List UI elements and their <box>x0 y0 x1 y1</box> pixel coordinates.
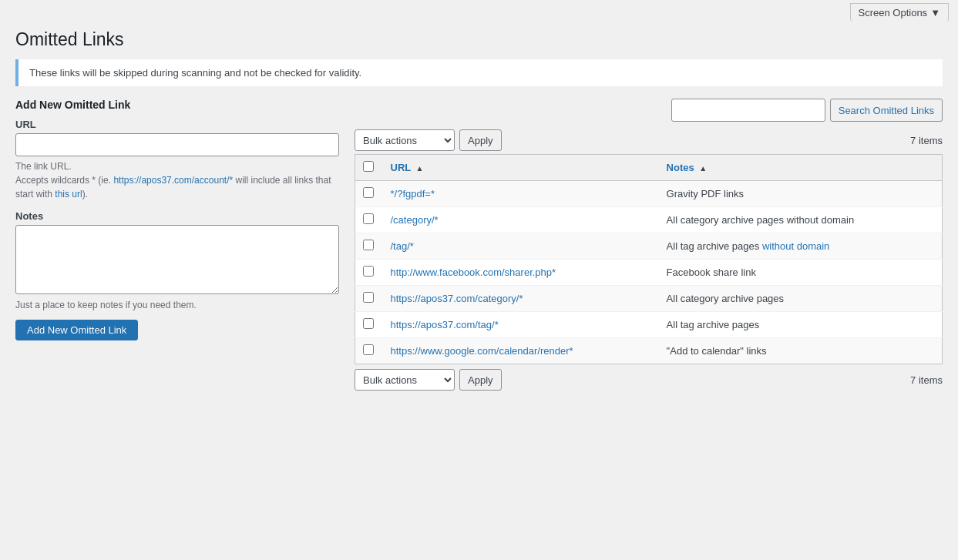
top-apply-button[interactable]: Apply <box>459 129 502 151</box>
header-url[interactable]: URL ▲ <box>383 155 659 181</box>
notes-text: All tag archive pages <box>667 319 760 330</box>
notes-field-group: Notes Just a place to keep notes if you … <box>15 210 339 310</box>
row-checkbox[interactable] <box>363 292 374 303</box>
row-url-cell: /category/* <box>383 207 659 233</box>
top-items-count: 7 items <box>910 135 943 146</box>
page-title: Omitted Links <box>15 29 943 50</box>
url-help4: ). <box>82 189 88 200</box>
row-url-cell: */?fgpdf=* <box>383 181 659 207</box>
row-checkbox[interactable] <box>363 344 374 355</box>
row-url-cell: /tag/* <box>383 233 659 260</box>
content-area: Omitted Links These links will be skippe… <box>0 22 958 406</box>
row-notes-cell: All tag archive pages without domain <box>659 233 943 260</box>
row-notes-cell: All category archive pages without domai… <box>659 207 943 233</box>
screen-options-button[interactable]: Screen Options ▼ <box>850 3 949 22</box>
bottom-bulk-actions-select[interactable]: Bulk actions Delete <box>355 369 455 391</box>
notes-textarea[interactable] <box>15 225 339 294</box>
row-url-link[interactable]: /category/* <box>391 214 439 226</box>
top-bulk-actions-select[interactable]: Bulk actions Delete <box>355 129 455 151</box>
row-checkbox[interactable] <box>363 318 374 329</box>
table-row: */?fgpdf=*Gravity PDF links <box>355 181 943 207</box>
left-panel: Add New Omitted Link URL The link URL. A… <box>15 99 339 340</box>
chevron-down-icon: ▼ <box>930 7 940 18</box>
notes-text: "Add to calendar" links <box>667 345 767 357</box>
add-new-omitted-link-button[interactable]: Add New Omitted Link <box>15 320 138 340</box>
row-checkbox[interactable] <box>363 187 374 198</box>
url-help2: Accepts wildcards * (ie. <box>15 175 113 186</box>
table-row: https://apos37.com/category/*All categor… <box>355 286 943 312</box>
notes-highlighted: without domain <box>762 240 829 252</box>
add-btn-label: Add New Omitted Link <box>27 324 126 336</box>
notes-text: All category archive pages <box>667 293 784 304</box>
row-checkbox-cell <box>355 181 383 207</box>
notes-part1: All tag archive pages <box>667 240 762 252</box>
bottom-apply-label: Apply <box>468 374 493 386</box>
header-checkbox-cell <box>355 155 383 181</box>
table-row: http://www.facebook.com/sharer.php*Faceb… <box>355 260 943 286</box>
notes-text: Gravity PDF links <box>667 188 744 200</box>
row-url-link[interactable]: http://www.facebook.com/sharer.php* <box>391 267 556 278</box>
header-url-label: URL <box>391 162 411 173</box>
notice-banner: These links will be skipped during scann… <box>15 59 943 86</box>
table-header-row: URL ▲ Notes ▲ <box>355 155 943 181</box>
url-help-link: this url <box>55 189 82 200</box>
page-wrapper: Screen Options ▼ Omitted Links These lin… <box>0 0 958 560</box>
notes-text: All category archive pages without domai… <box>667 214 855 226</box>
row-checkbox-cell <box>355 312 383 338</box>
row-notes-cell: Gravity PDF links <box>659 181 943 207</box>
row-url-cell: http://www.facebook.com/sharer.php* <box>383 260 659 286</box>
top-apply-label: Apply <box>468 135 493 146</box>
row-url-cell: https://apos37.com/tag/* <box>383 312 659 338</box>
search-button[interactable]: Search Omitted Links <box>830 99 943 122</box>
row-url-link[interactable]: https://apos37.com/category/* <box>391 293 523 304</box>
row-url-link[interactable]: */?fgpdf=* <box>391 188 435 200</box>
row-notes-cell: All category archive pages <box>659 286 943 312</box>
url-field-group: URL The link URL. Accepts wildcards * (i… <box>15 119 339 201</box>
row-url-link[interactable]: https://apos37.com/tag/* <box>391 319 499 330</box>
row-url-link[interactable]: https://www.google.com/calendar/render* <box>391 345 573 357</box>
notes-label: Notes <box>15 210 339 222</box>
table-row: /tag/*All tag archive pages without doma… <box>355 233 943 260</box>
search-bar: Search Omitted Links <box>355 99 943 122</box>
url-help1: The link URL. <box>15 161 72 172</box>
table-row: https://apos37.com/tag/*All tag archive … <box>355 312 943 338</box>
row-checkbox-cell <box>355 338 383 364</box>
row-notes-cell: Facebook share link <box>659 260 943 286</box>
bottom-bulk-actions-bar: Bulk actions Delete Apply 7 items <box>355 369 943 391</box>
add-new-title: Add New Omitted Link <box>15 99 339 111</box>
url-sort-icon: ▲ <box>416 164 424 173</box>
notice-text: These links will be skipped during scann… <box>29 67 361 79</box>
top-bulk-left: Bulk actions Delete Apply <box>355 129 502 151</box>
screen-options-bar: Screen Options ▼ <box>0 0 958 22</box>
table-row: https://www.google.com/calendar/render*"… <box>355 338 943 364</box>
row-checkbox-cell <box>355 207 383 233</box>
row-url-cell: https://apos37.com/category/* <box>383 286 659 312</box>
main-layout: Add New Omitted Link URL The link URL. A… <box>15 99 943 391</box>
top-bulk-actions-bar: Bulk actions Delete Apply 7 items <box>355 129 943 151</box>
row-url-cell: https://www.google.com/calendar/render* <box>383 338 659 364</box>
table-body: */?fgpdf=*Gravity PDF links/category/*Al… <box>355 181 943 364</box>
url-label: URL <box>15 119 339 130</box>
notes-sort-icon: ▲ <box>699 164 707 173</box>
row-url-link[interactable]: /tag/* <box>391 240 414 252</box>
omitted-links-table: URL ▲ Notes ▲ */?fgpdf=*Gravity PDF link… <box>355 154 943 364</box>
notes-text: Facebook share link <box>667 267 756 278</box>
search-button-label: Search Omitted Links <box>839 105 934 116</box>
select-all-checkbox[interactable] <box>363 161 374 172</box>
header-notes[interactable]: Notes ▲ <box>659 155 943 181</box>
url-help-example: https://apos37.com/account/* <box>113 175 233 186</box>
notes-help: Just a place to keep notes if you need t… <box>15 300 339 310</box>
row-checkbox[interactable] <box>363 240 374 250</box>
url-help-text: The link URL. Accepts wildcards * (ie. h… <box>15 159 339 201</box>
row-checkbox-cell <box>355 286 383 312</box>
bottom-apply-button[interactable]: Apply <box>459 369 502 391</box>
header-notes-label: Notes <box>667 162 694 173</box>
bottom-items-count: 7 items <box>910 374 943 386</box>
row-notes-cell: "Add to calendar" links <box>659 338 943 364</box>
row-checkbox[interactable] <box>363 213 374 224</box>
row-checkbox-cell <box>355 233 383 260</box>
row-checkbox[interactable] <box>363 266 374 277</box>
row-notes-cell: All tag archive pages <box>659 312 943 338</box>
url-input[interactable] <box>15 133 339 156</box>
search-input[interactable] <box>671 99 825 122</box>
